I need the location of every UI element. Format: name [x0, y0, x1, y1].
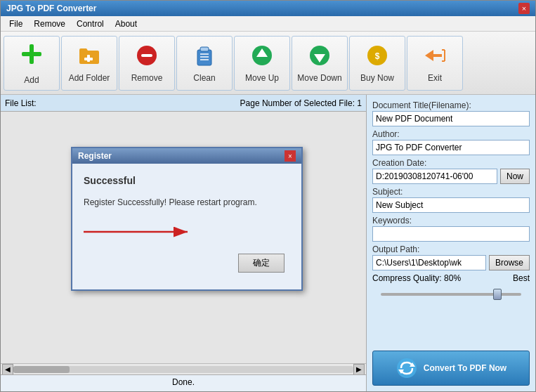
- dialog-title: Register: [78, 151, 112, 161]
- title-bar: JPG To PDF Converter ×: [1, 1, 535, 16]
- add-folder-button[interactable]: Add Folder: [61, 36, 117, 91]
- move-down-label: Move Down: [297, 73, 341, 83]
- menu-control[interactable]: Control: [71, 18, 110, 30]
- page-number-label: Page Number of Selected File: 1: [240, 98, 362, 108]
- dialog-success-title: Successful: [84, 175, 136, 186]
- move-up-icon: [249, 43, 275, 70]
- subject-field: Subject:: [372, 187, 530, 213]
- scrollbar-thumb[interactable]: [13, 366, 70, 373]
- browse-button[interactable]: Browse: [489, 255, 530, 270]
- now-button[interactable]: Now: [500, 169, 530, 184]
- exit-icon: [422, 43, 447, 70]
- arrow-icon: [84, 221, 196, 242]
- add-icon: [19, 41, 44, 72]
- doc-title-field: Document Title(Filename):: [372, 100, 530, 126]
- move-up-button[interactable]: Move Up: [234, 36, 290, 91]
- svg-rect-6: [197, 50, 211, 65]
- window-title: JPG To PDF Converter: [6, 4, 96, 13]
- keywords-input[interactable]: [372, 226, 530, 242]
- left-panel: File List: Page Number of Selected File:…: [1, 95, 367, 391]
- menu-remove[interactable]: Remove: [28, 18, 71, 30]
- creation-date-field: Creation Date: Now: [372, 158, 530, 184]
- status-bar: Done.: [1, 374, 366, 391]
- file-list-area[interactable]: Register × Successful Register Successfu…: [1, 112, 366, 363]
- right-panel: Document Title(Filename): Author: Creati…: [367, 95, 535, 391]
- dialog-btn-row: 确定: [84, 248, 290, 278]
- menu-file[interactable]: File: [4, 18, 28, 30]
- slider-track[interactable]: [381, 293, 521, 296]
- keywords-field: Keywords:: [372, 216, 530, 242]
- quality-row: Compress Quality: 80% Best: [372, 273, 530, 283]
- scrollbar-track[interactable]: [13, 366, 353, 373]
- output-path-field: Output Path: Browse: [372, 244, 530, 270]
- svg-rect-7: [200, 47, 209, 51]
- doc-title-label: Document Title(Filename):: [372, 100, 530, 110]
- keywords-label: Keywords:: [372, 216, 530, 226]
- scroll-left-button[interactable]: ◀: [2, 364, 13, 375]
- convert-button[interactable]: Convert To PDF Now: [372, 351, 530, 386]
- svg-text:$: $: [375, 51, 380, 61]
- buy-now-icon: $: [365, 43, 390, 70]
- compress-label: Compress Quality: 80%: [372, 273, 461, 283]
- menu-about[interactable]: About: [110, 18, 143, 30]
- dialog-message: Register Successfully! Please restart pr…: [84, 197, 257, 207]
- output-path-input[interactable]: [372, 255, 486, 270]
- remove-label: Remove: [131, 73, 163, 83]
- window-close-button[interactable]: ×: [518, 3, 530, 14]
- file-list-header: File List: Page Number of Selected File:…: [1, 95, 366, 112]
- dialog-ok-button[interactable]: 确定: [238, 254, 285, 273]
- add-button[interactable]: Add: [4, 36, 60, 91]
- slider-thumb[interactable]: [493, 289, 502, 300]
- slider-area[interactable]: [372, 287, 530, 301]
- menu-bar: File Remove Control About: [1, 16, 535, 32]
- scroll-right-button[interactable]: ▶: [353, 364, 365, 375]
- svg-rect-5: [141, 54, 152, 57]
- clean-button[interactable]: Clean: [176, 36, 233, 91]
- convert-icon: [396, 357, 418, 379]
- best-label: Best: [513, 273, 530, 283]
- exit-label: Exit: [428, 73, 442, 83]
- creation-date-input[interactable]: [372, 169, 497, 184]
- add-label: Add: [24, 75, 39, 85]
- buy-now-button[interactable]: $ Buy Now: [349, 36, 405, 91]
- horizontal-scrollbar[interactable]: ◀ ▶: [1, 363, 366, 374]
- svg-marker-17: [425, 50, 442, 61]
- author-input[interactable]: [372, 140, 530, 155]
- svg-point-23: [397, 358, 417, 378]
- status-text: Done.: [172, 377, 195, 387]
- add-folder-icon: [77, 43, 102, 70]
- convert-btn-label: Convert To PDF Now: [424, 363, 506, 373]
- move-up-label: Move Up: [245, 73, 279, 83]
- svg-rect-3: [84, 58, 93, 60]
- clean-label: Clean: [193, 73, 215, 83]
- buy-now-label: Buy Now: [360, 73, 394, 83]
- dialog-body: Successful Register Successfully! Please…: [72, 164, 301, 289]
- svg-rect-1: [22, 52, 41, 56]
- dialog-close-button[interactable]: ×: [285, 150, 296, 162]
- register-dialog: Register × Successful Register Successfu…: [71, 147, 303, 291]
- subject-label: Subject:: [372, 187, 530, 197]
- move-down-icon: [307, 43, 332, 70]
- creation-date-label: Creation Date:: [372, 158, 530, 168]
- doc-title-input[interactable]: [372, 111, 530, 126]
- file-list-label: File List:: [5, 98, 37, 108]
- subject-input[interactable]: [372, 197, 530, 213]
- toolbar: Add Add Folder Remove: [1, 32, 535, 95]
- move-down-button[interactable]: Move Down: [292, 36, 348, 91]
- remove-icon: [134, 43, 159, 70]
- dialog-title-bar: Register ×: [72, 148, 301, 164]
- exit-button[interactable]: Exit: [407, 36, 463, 91]
- remove-button[interactable]: Remove: [119, 36, 175, 91]
- clean-icon: [192, 43, 217, 70]
- dialog-arrow-area: [84, 221, 290, 242]
- output-path-label: Output Path:: [372, 244, 530, 254]
- author-field: Author:: [372, 129, 530, 155]
- author-label: Author:: [372, 129, 530, 139]
- add-folder-label: Add Folder: [69, 73, 110, 83]
